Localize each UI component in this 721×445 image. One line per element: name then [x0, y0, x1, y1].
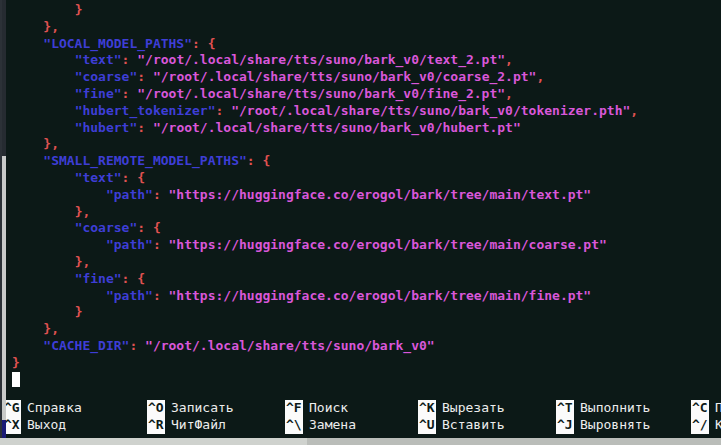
shortcut-key: ^O	[147, 400, 165, 417]
cursor-line[interactable]	[12, 372, 721, 389]
code-line[interactable]: "LOCAL_MODEL_PATHS": {	[12, 36, 721, 53]
code-line[interactable]: }	[12, 304, 721, 321]
scrollbar-bottom-segment	[2, 420, 6, 438]
shortcut-item: ^U	[418, 417, 436, 434]
code-line[interactable]: "text": "/root/.local/share/tts/suno/bar…	[12, 52, 721, 69]
shortcut-row-1: ^GСправка^OЗаписать^FПоиск^KВырезать^TВы…	[0, 400, 721, 417]
shortcut-item: ^C	[691, 400, 709, 417]
window-bottom-strip-left	[0, 438, 307, 445]
shortcut-key: ^F	[285, 400, 303, 417]
shortcut-key: ^J	[556, 417, 574, 434]
shortcut-label: Записать	[171, 400, 234, 417]
code-line[interactable]: },	[12, 321, 721, 338]
shortcut-label: ЧитФайл	[171, 417, 226, 434]
shortcut-row-2: ^XВыход^RЧитФайл^\Замена^UВставить^JВыро…	[0, 417, 721, 434]
code-line[interactable]: },	[12, 19, 721, 36]
code-line[interactable]: "fine": "/root/.local/share/tts/suno/bar…	[12, 86, 721, 103]
shortcut-label: Выполнить	[580, 400, 650, 417]
shortcut-item: ^O	[147, 400, 165, 417]
shortcut-item: ^J	[556, 417, 574, 434]
code-line[interactable]: "text": {	[12, 170, 721, 187]
code-line[interactable]: "CACHE_DIR": "/root/.local/share/tts/sun…	[12, 338, 721, 355]
editor-lines: } }, "LOCAL_MODEL_PATHS": { "text": "/ro…	[12, 2, 721, 372]
code-line[interactable]: "coarse": {	[12, 220, 721, 237]
shortcut-label: Выход	[27, 417, 66, 434]
window-bottom-strip-right	[307, 438, 721, 445]
shortcut-label: Вставить	[442, 417, 505, 434]
shortcut-label: Вырезать	[442, 400, 505, 417]
shortcut-key: ^\	[285, 417, 303, 434]
shortcut-label: Выровнять	[580, 417, 650, 434]
code-line[interactable]: "path": "https://huggingface.co/erogol/b…	[12, 288, 721, 305]
code-line[interactable]: "hubert": "/root/.local/share/tts/suno/b…	[12, 120, 721, 137]
code-line[interactable]: }	[12, 2, 721, 19]
code-line[interactable]: "fine": {	[12, 271, 721, 288]
shortcut-item: ^K	[418, 400, 436, 417]
code-line[interactable]: },	[12, 204, 721, 221]
shortcut-key: ^K	[418, 400, 436, 417]
scrollbar-thumb[interactable]	[2, 156, 6, 420]
code-line[interactable]: "path": "https://huggingface.co/erogol/b…	[12, 237, 721, 254]
scrollbar-trough[interactable]	[2, 0, 6, 156]
nano-editor-area[interactable]: } }, "LOCAL_MODEL_PATHS": { "text": "/ro…	[12, 2, 721, 388]
shortcut-label: Замена	[309, 417, 356, 434]
shortcut-item: ^F	[285, 400, 303, 417]
shortcut-label: К	[715, 417, 721, 434]
shortcut-key: ^U	[418, 417, 436, 434]
shortcut-key: ^C	[691, 400, 709, 417]
code-line[interactable]: "hubert_tokenizer": "/root/.local/share/…	[12, 103, 721, 120]
code-line[interactable]: "SMALL_REMOTE_MODEL_PATHS": {	[12, 153, 721, 170]
shortcut-label: Поиск	[309, 400, 348, 417]
shortcut-item: ^R	[147, 417, 165, 434]
code-line[interactable]: },	[12, 136, 721, 153]
shortcut-label: Справка	[27, 400, 82, 417]
terminal-window: } }, "LOCAL_MODEL_PATHS": { "text": "/ro…	[0, 0, 721, 445]
shortcut-item: ^T	[556, 400, 574, 417]
shortcut-key: ^T	[556, 400, 574, 417]
shortcut-item: ^/	[691, 417, 709, 434]
code-line[interactable]: },	[12, 254, 721, 271]
code-line[interactable]: "path": "https://huggingface.co/erogol/b…	[12, 187, 721, 204]
shortcut-label: П	[715, 400, 721, 417]
text-cursor	[12, 372, 20, 387]
code-line[interactable]: "coarse": "/root/.local/share/tts/suno/b…	[12, 69, 721, 86]
shortcut-key: ^/	[691, 417, 709, 434]
shortcut-item: ^\	[285, 417, 303, 434]
shortcut-key: ^R	[147, 417, 165, 434]
nano-shortcut-bar: ^GСправка^OЗаписать^FПоиск^KВырезать^TВы…	[0, 400, 721, 437]
code-line[interactable]: }	[12, 355, 721, 372]
